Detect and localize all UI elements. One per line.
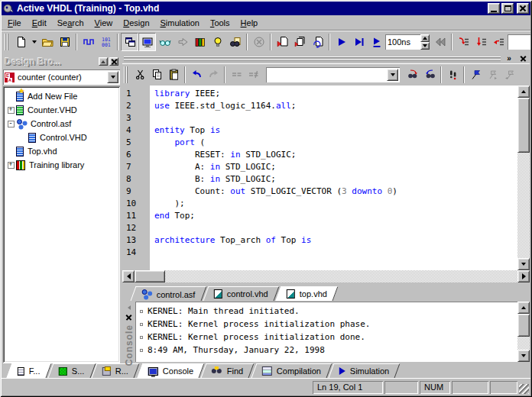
next-bookmark-button[interactable] xyxy=(484,66,501,83)
title-bar[interactable]: Active VHDL (Training) - Top.vhd xyxy=(2,2,530,15)
sim-time-input[interactable]: 100ns xyxy=(385,34,420,50)
console-messages[interactable]: KERNEL: Main thread initiated.KERNEL: Ke… xyxy=(135,302,517,362)
waveform-button[interactable] xyxy=(79,33,97,51)
run-button[interactable] xyxy=(332,33,350,51)
scroll-thumb[interactable] xyxy=(517,98,530,153)
find-previous-button[interactable] xyxy=(421,66,438,83)
scroll-down-button[interactable] xyxy=(517,350,530,362)
undo-button[interactable] xyxy=(188,66,205,83)
new-dropdown-button[interactable] xyxy=(30,33,38,51)
new-document-button[interactable] xyxy=(12,33,30,51)
more-buttons-chevron[interactable]: » xyxy=(504,54,514,63)
find-combo-dropdown[interactable] xyxy=(387,69,398,81)
scroll-track[interactable] xyxy=(517,153,530,258)
editor-toolbar-grip[interactable] xyxy=(124,66,129,83)
code-line[interactable]: 10 ); xyxy=(122,198,517,210)
menu-item-file[interactable]: File xyxy=(2,17,27,29)
tree-item[interactable]: Top.vhd xyxy=(5,144,120,158)
code-line[interactable]: 4entity Top is xyxy=(122,124,517,137)
cut-button[interactable] xyxy=(131,66,148,83)
menu-item-help[interactable]: Help xyxy=(235,17,264,29)
glasses-button[interactable] xyxy=(156,33,174,51)
compile-all-button[interactable] xyxy=(291,33,309,51)
code-line[interactable]: 8 B: in STD_LOGIC; xyxy=(122,173,517,186)
find-in-files-button[interactable] xyxy=(226,33,244,51)
tab-control-vhd[interactable]: control.vhd xyxy=(203,286,279,301)
redo-button[interactable] xyxy=(205,66,222,83)
design-browser-header[interactable]: Design Bro... xyxy=(3,54,120,69)
code-line[interactable]: 5 port ( xyxy=(122,137,517,149)
monitor-button[interactable] xyxy=(138,33,156,51)
tree-item[interactable]: -Control.asf xyxy=(5,117,120,131)
dock-close-button[interactable] xyxy=(517,54,528,63)
scroll-up-button[interactable] xyxy=(517,86,530,98)
find-next-button[interactable] xyxy=(404,66,421,83)
code-line[interactable]: 2use IEEE.std_logic_1164.all; xyxy=(122,100,517,112)
trace-over-button[interactable] xyxy=(472,33,490,51)
trace-out-button[interactable] xyxy=(490,33,508,51)
menu-item-edit[interactable]: Edit xyxy=(27,17,52,29)
compile-button[interactable] xyxy=(274,33,291,51)
open-button[interactable] xyxy=(38,33,56,51)
compare-diff-button[interactable] xyxy=(245,66,261,83)
tab-control-asf[interactable]: control.asf xyxy=(131,286,207,301)
code-line[interactable]: 9 Count: out STD_LOGIC_VECTOR (3 downto … xyxy=(122,186,517,198)
maximize-button[interactable] xyxy=(501,3,514,14)
panel-close-button[interactable] xyxy=(109,57,118,66)
tab-simulation[interactable]: Simulation xyxy=(328,363,400,378)
save-button[interactable] xyxy=(56,33,73,51)
menu-item-simulation[interactable]: Simulation xyxy=(155,17,205,29)
toolbar-edit-field[interactable] xyxy=(508,34,530,50)
scroll-track[interactable] xyxy=(165,270,517,282)
recompile-button[interactable] xyxy=(309,33,326,51)
editor-horizontal-scrollbar[interactable] xyxy=(122,270,530,282)
binary-button[interactable]: 101001 xyxy=(97,33,115,51)
tip-button[interactable] xyxy=(209,33,226,51)
trace-into-button[interactable] xyxy=(455,33,472,51)
tree-item[interactable]: +Training library xyxy=(5,158,120,172)
find-combo[interactable] xyxy=(266,67,400,82)
tree-expand-toggle[interactable]: + xyxy=(8,162,15,169)
tab-console[interactable]: Console xyxy=(138,363,205,378)
scroll-track[interactable] xyxy=(517,337,530,350)
code-lines[interactable]: 1library IEEE;2use IEEE.std_logic_1164.a… xyxy=(122,86,517,270)
close-button[interactable] xyxy=(517,3,529,14)
code-line[interactable]: 6 RESET: in STD_LOGIC; xyxy=(122,149,517,161)
minimize-button[interactable] xyxy=(488,3,500,14)
spinner-up-button[interactable] xyxy=(420,34,430,42)
panel-collapse-button[interactable] xyxy=(99,57,108,66)
code-line[interactable]: 14 xyxy=(122,247,517,259)
compare-button[interactable] xyxy=(228,66,245,83)
library-manager-button[interactable] xyxy=(191,33,209,51)
dock-grip[interactable] xyxy=(124,56,501,61)
restart-button[interactable] xyxy=(431,33,449,51)
menu-item-search[interactable]: Search xyxy=(52,17,89,29)
scroll-down-button[interactable] xyxy=(517,258,530,270)
stop-button[interactable] xyxy=(250,33,268,51)
run-for-button[interactable] xyxy=(368,33,385,51)
code-line[interactable]: 11end Top; xyxy=(122,210,517,222)
tree-item[interactable]: Control.VHD xyxy=(5,131,120,144)
tree-expand-toggle[interactable]: + xyxy=(8,107,15,114)
browser-tab-f-[interactable]: F... xyxy=(7,363,52,378)
sim-time-spinner[interactable] xyxy=(420,34,430,50)
menu-item-tools[interactable]: Tools xyxy=(205,17,235,29)
tab-compilation[interactable]: Compilation xyxy=(251,363,332,378)
console-scrollbar[interactable] xyxy=(517,302,530,362)
copy-button[interactable] xyxy=(148,66,165,83)
menu-item-design[interactable]: Design xyxy=(118,17,154,29)
code-line[interactable]: 1library IEEE; xyxy=(122,88,517,100)
scroll-right-button[interactable] xyxy=(517,270,530,282)
scroll-thumb[interactable] xyxy=(135,270,165,282)
follow-disabled-button[interactable] xyxy=(174,33,191,51)
spinner-down-button[interactable] xyxy=(420,42,430,50)
menu-item-view[interactable]: View xyxy=(89,17,118,29)
breakpoint-button[interactable] xyxy=(444,66,461,83)
design-combo[interactable]: EA counter (counter) xyxy=(3,69,120,85)
run-until-button[interactable] xyxy=(350,33,368,51)
toolbar-grip[interactable] xyxy=(5,34,10,50)
scroll-up-button[interactable] xyxy=(517,302,530,314)
console-close-button[interactable] xyxy=(124,312,135,321)
code-line[interactable]: 13architecture Top_arch of Top is xyxy=(122,234,517,247)
browser-tab-s-[interactable]: S... xyxy=(47,363,95,378)
